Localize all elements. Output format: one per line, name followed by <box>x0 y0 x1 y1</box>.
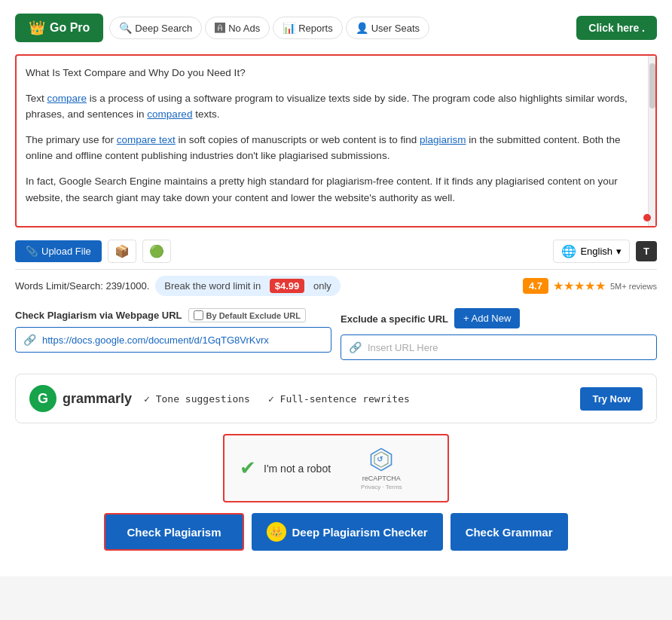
check-grammar-button[interactable]: Check Grammar <box>451 513 568 551</box>
default-exclude-input[interactable] <box>194 310 203 320</box>
feature-deep-search[interactable]: 🔍 Deep Search <box>109 17 202 39</box>
deep-plagiarism-button[interactable]: 👑 Deep Plagiarism Checker <box>252 513 443 551</box>
url-input-field[interactable] <box>42 334 323 346</box>
deep-crown-icon: 👑 <box>267 522 286 542</box>
break-text-pre: Break the word limit in <box>164 280 261 292</box>
feature-no-ads[interactable]: 🅰 No Ads <box>205 17 270 39</box>
chevron-down-icon: ▾ <box>616 246 622 257</box>
click-here-button[interactable]: Click here . <box>576 16 657 40</box>
add-new-button[interactable]: + Add New <box>454 308 520 328</box>
deep-search-icon: 🔍 <box>119 22 132 34</box>
words-limit-label: Words Limit/Search: 239/1000. <box>15 280 149 292</box>
break-text-post: only <box>313 280 331 292</box>
language-label: English <box>580 246 612 257</box>
url-right-link-icon: 🔗 <box>349 341 362 353</box>
grammarly-section: G grammarly ✓ Tone suggestions ✓ Full-se… <box>15 374 657 423</box>
toolbar-right: 🌐 English ▾ T <box>553 240 657 263</box>
url-right-label: Exclude a specific URL + Add New <box>341 308 657 330</box>
url-input-wrapper: 🔗 <box>15 327 331 353</box>
bottom-buttons: Check Plagiarism 👑 Deep Plagiarism Check… <box>15 513 657 551</box>
go-pro-label: Go Pro <box>50 21 90 35</box>
url-left-label: Check Plagiarism via Webpage URL By Defa… <box>15 308 331 322</box>
upload-file-label: Upload File <box>41 246 91 257</box>
review-count: 5M+ reviews <box>610 282 657 291</box>
upload-file-button[interactable]: 📎 Upload File <box>15 240 102 262</box>
main-container: 👑 Go Pro 🔍 Deep Search 🅰 No Ads 📊 Report… <box>0 0 672 576</box>
grammarly-circle-icon: G <box>29 385 57 412</box>
toolbar: 📎 Upload File 📦 🟢 🌐 English ▾ T <box>15 234 657 270</box>
scrollbar-track[interactable] <box>648 56 655 226</box>
price-badge: $4.99 <box>270 279 305 293</box>
grammarly-feature-rewrites: ✓ Full-sentence rewrites <box>268 393 410 405</box>
feature-no-ads-label: No Ads <box>228 23 260 34</box>
text-para3: In fact, Google Search Engine maintains … <box>26 173 646 206</box>
try-now-button[interactable]: Try Now <box>580 387 643 411</box>
dropbox-icon: 📦 <box>115 245 130 258</box>
default-exclude-label: By Default Exclude URL <box>206 311 301 320</box>
check-plagiarism-button[interactable]: Check Plagiarism <box>104 513 243 551</box>
tone-feature-label: ✓ Tone suggestions <box>144 393 250 405</box>
red-dot-indicator <box>643 214 651 221</box>
url-right-input-wrapper: 🔗 <box>341 334 657 360</box>
recaptcha-box[interactable]: ✔ I'm not a robot ↺ reCAPTCHA Privacy · … <box>223 434 449 502</box>
recaptcha-check-icon: ✔ <box>240 457 256 480</box>
recaptcha-logo-icon: ↺ <box>368 446 395 473</box>
gdrive-button[interactable]: 🟢 <box>142 240 171 263</box>
dropbox-button[interactable]: 📦 <box>108 240 136 263</box>
feature-reports[interactable]: 📊 Reports <box>273 17 343 39</box>
recaptcha-links: Privacy · Terms <box>361 484 402 490</box>
top-banner: 👑 Go Pro 🔍 Deep Search 🅰 No Ads 📊 Report… <box>15 8 657 48</box>
globe-icon: 🌐 <box>561 244 576 258</box>
text-para1: Text compare is a process of using a sof… <box>26 90 646 123</box>
grammarly-logo: G grammarly <box>29 385 132 412</box>
text-content[interactable]: What Is Text Compare and Why Do you Need… <box>17 56 655 224</box>
url-right-col: Exclude a specific URL + Add New 🔗 <box>341 308 657 360</box>
text-para2: The primary use for compare text in soft… <box>26 132 646 164</box>
words-limit-row: Words Limit/Search: 239/1000. Break the … <box>15 270 657 302</box>
language-selector[interactable]: 🌐 English ▾ <box>553 240 630 263</box>
break-word-badge[interactable]: Break the word limit in $4.99 only <box>155 276 341 296</box>
go-pro-button[interactable]: 👑 Go Pro <box>15 14 103 42</box>
stars-icon: ★★★★★ <box>553 279 606 293</box>
feature-user-seats[interactable]: 👤 User Seats <box>346 17 429 39</box>
feature-user-seats-label: User Seats <box>371 23 420 34</box>
gdrive-icon: 🟢 <box>149 245 164 258</box>
crown-icon: 👑 <box>29 20 45 36</box>
url-link-icon: 🔗 <box>23 334 36 346</box>
rewrites-feature-label: ✓ Full-sentence rewrites <box>268 393 410 405</box>
grammarly-brand-name: grammarly <box>63 391 132 407</box>
no-ads-icon: 🅰 <box>215 22 225 34</box>
url-right-input-field[interactable] <box>368 342 649 353</box>
default-exclude-checkbox[interactable]: By Default Exclude URL <box>188 308 306 322</box>
recaptcha-section: ✔ I'm not a robot ↺ reCAPTCHA Privacy · … <box>15 434 657 502</box>
feature-deep-search-label: Deep Search <box>135 23 192 34</box>
scrollbar-thumb <box>649 63 655 108</box>
deep-plagiarism-label: Deep Plagiarism Checker <box>292 526 428 539</box>
rating-badge: 4.7 <box>523 278 548 294</box>
grammarly-feature-tone: ✓ Tone suggestions <box>144 393 250 405</box>
url-right-label-text: Exclude a specific URL <box>341 313 448 325</box>
reports-icon: 📊 <box>283 22 295 34</box>
feature-reports-label: Reports <box>298 23 333 34</box>
recaptcha-brand-label: reCAPTCHA <box>362 475 401 482</box>
recaptcha-label: I'm not a robot <box>264 463 331 475</box>
text-heading: What Is Text Compare and Why Do you Need… <box>26 65 646 81</box>
url-left-col: Check Plagiarism via Webpage URL By Defa… <box>15 308 331 353</box>
url-left-label-text: Check Plagiarism via Webpage URL <box>15 310 182 321</box>
text-area-wrapper: What Is Text Compare and Why Do you Need… <box>15 54 657 228</box>
recaptcha-left: ✔ I'm not a robot <box>240 457 331 480</box>
banner-features: 🔍 Deep Search 🅰 No Ads 📊 Reports 👤 User … <box>109 17 570 39</box>
format-button[interactable]: T <box>636 241 657 261</box>
rating-section: 4.7 ★★★★★ 5M+ reviews <box>523 278 657 294</box>
upload-icon: 📎 <box>26 246 38 257</box>
recaptcha-right: ↺ reCAPTCHA Privacy · Terms <box>361 446 402 490</box>
grammarly-features: ✓ Tone suggestions ✓ Full-sentence rewri… <box>144 393 568 405</box>
format-icon: T <box>643 246 649 257</box>
svg-text:↺: ↺ <box>377 455 384 463</box>
user-seats-icon: 👤 <box>356 22 368 34</box>
url-section: Check Plagiarism via Webpage URL By Defa… <box>15 302 657 366</box>
